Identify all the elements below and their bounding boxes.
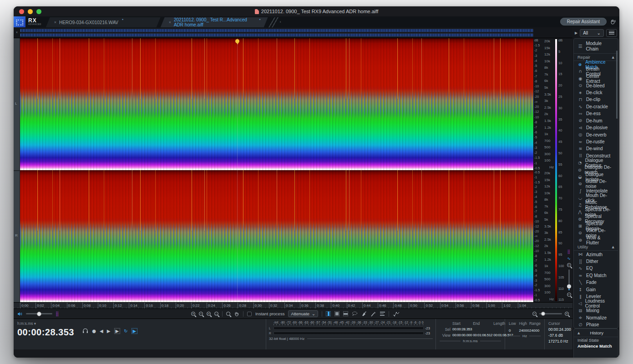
collapse-section-icon[interactable]: ▲ bbox=[612, 56, 614, 59]
module-filter-dropdown[interactable]: All⌄ bbox=[580, 29, 604, 37]
overview-minimap[interactable]: ⌄⌃ bbox=[14, 27, 572, 38]
module-item[interactable]: ⣿ Dither bbox=[574, 258, 618, 265]
vertical-zoom-knob[interactable] bbox=[567, 284, 571, 288]
module-icon: ╲ bbox=[577, 280, 583, 285]
module-icon: ∿ bbox=[577, 105, 583, 109]
module-item[interactable]: ≑ Normalize bbox=[574, 314, 618, 321]
module-item[interactable]: ∅ Phase bbox=[574, 321, 618, 328]
magic-wand-tool[interactable] bbox=[370, 311, 376, 317]
module-item[interactable]: ⊖ Guitar De-noise bbox=[574, 180, 618, 187]
module-item[interactable]: ∗ De-click bbox=[574, 89, 618, 96]
spectrogram-display[interactable] bbox=[20, 38, 533, 302]
history-item[interactable]: Initial State bbox=[574, 337, 618, 343]
sidebar-play-icon[interactable]: ▶ bbox=[575, 31, 577, 35]
time-selection-tool[interactable] bbox=[326, 311, 331, 316]
timeline-zoom-in-button[interactable]: + bbox=[565, 312, 569, 316]
tab-file-1[interactable]: × HERO9-034-GX010216.WAV • bbox=[46, 17, 161, 27]
timeline-zoom-knob[interactable] bbox=[541, 312, 545, 316]
instant-process-checkbox[interactable] bbox=[247, 312, 252, 316]
module-chain-item[interactable]: ☰ Module Chain bbox=[574, 39, 618, 54]
wave-spectrogram-blend-slider[interactable] bbox=[26, 313, 52, 314]
vertical-zoom-slider[interactable] bbox=[568, 269, 570, 290]
lasso-tool[interactable] bbox=[352, 311, 358, 316]
zoom-in-button[interactable]: + bbox=[191, 312, 195, 316]
harmonic-selection-tool[interactable] bbox=[380, 312, 385, 316]
record-to-new-tab-button[interactable]: ▶ bbox=[132, 328, 138, 334]
overview-waveform-right[interactable] bbox=[20, 33, 533, 37]
module-sidebar: ▶ All⌄ ☰ Module Chain Repair ▲ ⊕ Ambie bbox=[572, 27, 619, 358]
module-item[interactable]: ⊟ Mixing bbox=[574, 307, 618, 314]
module-item[interactable]: ≈ De-rustle bbox=[574, 138, 618, 145]
module-item[interactable]: ╲ Fade bbox=[574, 279, 618, 286]
sidebar-scrollbar[interactable] bbox=[616, 51, 618, 119]
module-label: De-click bbox=[586, 90, 603, 95]
vertical-zoom-out-icon[interactable]: − bbox=[567, 293, 571, 297]
amplitude-tick: -20 bbox=[534, 230, 542, 233]
skip-back-button[interactable]: ◀ bbox=[100, 329, 103, 334]
module-item[interactable]: ◎ De-reverb bbox=[574, 131, 618, 138]
colorbar-unit: dB bbox=[558, 39, 565, 42]
module-item[interactable]: ≋ De-wind bbox=[574, 145, 618, 152]
overview-collapse-icon[interactable]: ⌄⌃ bbox=[14, 27, 20, 38]
level-meters[interactable]: -Inf.-80-72-69-66-63-60-57-54-51-48-45-4… bbox=[266, 319, 436, 349]
close-tab-icon[interactable]: × bbox=[54, 20, 56, 25]
find-similar-tool[interactable] bbox=[393, 311, 400, 317]
play-selection-button[interactable]: ▶ bbox=[114, 328, 121, 334]
module-item[interactable]: ⋈ Azimuth bbox=[574, 251, 618, 258]
process-mode-dropdown[interactable]: Attenuate⌄ bbox=[288, 310, 318, 317]
module-label: Mixing bbox=[586, 308, 599, 313]
frequency-selection-tool[interactable] bbox=[343, 311, 348, 316]
time-ruler[interactable]: 0:000:020:040:060:080:100:120:140:160:18… bbox=[14, 302, 572, 308]
brush-tool[interactable] bbox=[361, 311, 367, 317]
module-item[interactable]: ◁ Loudness Control bbox=[574, 300, 618, 307]
sidebar-menu-button[interactable] bbox=[606, 29, 617, 37]
channel-header-column[interactable]: L R bbox=[14, 38, 20, 302]
monitor-headphones-icon[interactable] bbox=[82, 328, 88, 334]
colorbar-tick: 25 bbox=[558, 95, 565, 99]
timeline-zoom-slider[interactable] bbox=[539, 313, 562, 314]
spectrogram-view-icon[interactable]: ⣿ bbox=[567, 249, 571, 254]
meter-tick: -30 bbox=[368, 321, 373, 324]
tab-overflow-icon[interactable]: ‹ bbox=[280, 20, 281, 24]
module-item[interactable]: ⊙ De-bleed bbox=[574, 82, 618, 89]
vertical-zoom-in-icon[interactable]: + bbox=[567, 263, 571, 267]
repair-assistant-button[interactable]: Repair Assistant bbox=[560, 18, 607, 25]
speaker-icon[interactable] bbox=[17, 312, 23, 316]
close-tab-icon[interactable]: × bbox=[169, 20, 171, 25]
spectrogram-channel-left[interactable] bbox=[20, 38, 533, 170]
collapse-section-icon[interactable]: ▲ bbox=[612, 245, 614, 249]
zoom-tool-button[interactable] bbox=[226, 312, 230, 316]
hand-tool-button[interactable] bbox=[234, 311, 239, 317]
module-item[interactable]: ∾ De-ess bbox=[574, 110, 618, 117]
repair-assistant-hand-icon[interactable] bbox=[609, 18, 617, 25]
overview-waveform-left[interactable] bbox=[20, 29, 533, 32]
play-button[interactable]: ▶ bbox=[107, 329, 111, 334]
module-item[interactable]: ≃ EQ Match bbox=[574, 272, 618, 279]
zoom-selection-button[interactable]: ⌐ bbox=[207, 312, 211, 316]
blend-knob[interactable] bbox=[37, 312, 41, 316]
spectrogram-channel-right[interactable] bbox=[20, 170, 533, 302]
module-item[interactable]: ↕ Gain bbox=[574, 286, 618, 293]
tab-file-2[interactable]: × 20211012. 0900_ Test R...Advanced ADR … bbox=[161, 17, 268, 27]
module-item[interactable]: ⊓ De-clip bbox=[574, 96, 618, 103]
module-item[interactable]: ∿ EQ bbox=[574, 265, 618, 272]
record-button[interactable]: ● bbox=[92, 329, 96, 334]
history-item[interactable]: Ambience Match bbox=[574, 343, 618, 349]
meter-tick: 0 bbox=[422, 321, 424, 324]
time-tick: 1:00 bbox=[486, 303, 502, 308]
zoom-out-button[interactable]: − bbox=[199, 312, 203, 316]
loop-button[interactable]: ↻ bbox=[124, 329, 127, 334]
collapse-history-icon[interactable]: ▲ bbox=[577, 331, 580, 335]
module-item[interactable]: ⊲ De-plosive bbox=[574, 124, 618, 131]
section-header-utility[interactable]: Utility ▲ bbox=[574, 243, 618, 251]
module-item[interactable]: ∿ De-crackle bbox=[574, 103, 618, 110]
zoom-fit-button[interactable]: ↔ bbox=[214, 312, 218, 316]
module-item[interactable]: ⊛ Wow & Flutter bbox=[574, 237, 618, 243]
spectrogram-blend-icon[interactable]: ⣿ bbox=[56, 311, 59, 316]
module-item[interactable]: ◉ Center Extract bbox=[574, 75, 618, 82]
time-format-dropdown[interactable]: h:m:s.ms ▾ bbox=[17, 321, 36, 326]
timeline-zoom-out-button[interactable]: − bbox=[532, 312, 537, 316]
waveform-view-icon[interactable]: ∿ bbox=[567, 256, 571, 261]
module-item[interactable]: ⊘ De-hum bbox=[574, 117, 618, 124]
time-frequency-selection-tool[interactable] bbox=[334, 311, 339, 316]
